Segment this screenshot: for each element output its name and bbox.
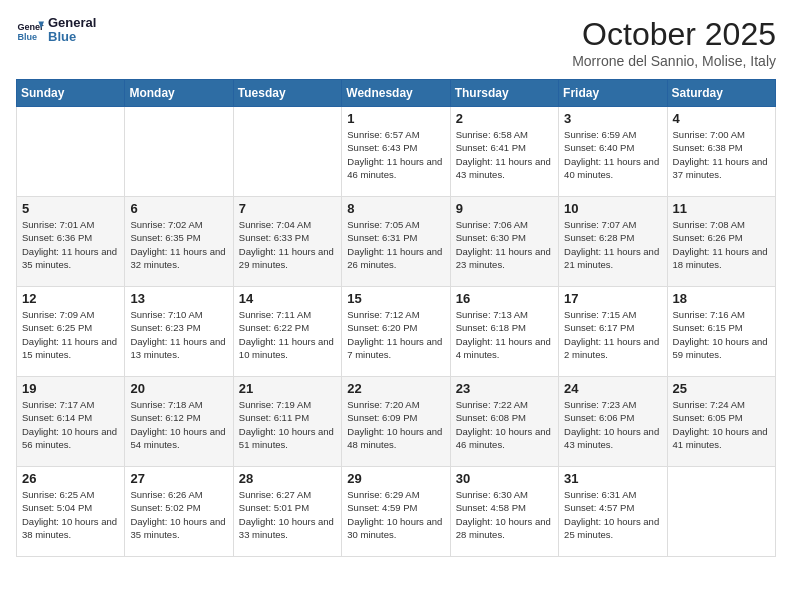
day-info: Sunrise: 7:24 AMSunset: 6:05 PMDaylight:… bbox=[673, 398, 770, 451]
calendar-week-row: 1Sunrise: 6:57 AMSunset: 6:43 PMDaylight… bbox=[17, 107, 776, 197]
weekday-header: Tuesday bbox=[233, 80, 341, 107]
day-info: Sunrise: 7:23 AMSunset: 6:06 PMDaylight:… bbox=[564, 398, 661, 451]
day-info: Sunrise: 7:12 AMSunset: 6:20 PMDaylight:… bbox=[347, 308, 444, 361]
day-info: Sunrise: 7:07 AMSunset: 6:28 PMDaylight:… bbox=[564, 218, 661, 271]
weekday-header: Sunday bbox=[17, 80, 125, 107]
calendar-cell: 18Sunrise: 7:16 AMSunset: 6:15 PMDayligh… bbox=[667, 287, 775, 377]
day-info: Sunrise: 7:05 AMSunset: 6:31 PMDaylight:… bbox=[347, 218, 444, 271]
calendar-cell: 24Sunrise: 7:23 AMSunset: 6:06 PMDayligh… bbox=[559, 377, 667, 467]
day-info: Sunrise: 6:27 AMSunset: 5:01 PMDaylight:… bbox=[239, 488, 336, 541]
calendar-cell: 9Sunrise: 7:06 AMSunset: 6:30 PMDaylight… bbox=[450, 197, 558, 287]
calendar-cell: 11Sunrise: 7:08 AMSunset: 6:26 PMDayligh… bbox=[667, 197, 775, 287]
day-number: 13 bbox=[130, 291, 227, 306]
calendar-cell: 7Sunrise: 7:04 AMSunset: 6:33 PMDaylight… bbox=[233, 197, 341, 287]
calendar-week-row: 26Sunrise: 6:25 AMSunset: 5:04 PMDayligh… bbox=[17, 467, 776, 557]
calendar-cell: 14Sunrise: 7:11 AMSunset: 6:22 PMDayligh… bbox=[233, 287, 341, 377]
day-info: Sunrise: 7:20 AMSunset: 6:09 PMDaylight:… bbox=[347, 398, 444, 451]
calendar-table: SundayMondayTuesdayWednesdayThursdayFrid… bbox=[16, 79, 776, 557]
day-info: Sunrise: 7:15 AMSunset: 6:17 PMDaylight:… bbox=[564, 308, 661, 361]
day-info: Sunrise: 7:13 AMSunset: 6:18 PMDaylight:… bbox=[456, 308, 553, 361]
day-number: 6 bbox=[130, 201, 227, 216]
day-info: Sunrise: 7:09 AMSunset: 6:25 PMDaylight:… bbox=[22, 308, 119, 361]
day-info: Sunrise: 7:02 AMSunset: 6:35 PMDaylight:… bbox=[130, 218, 227, 271]
calendar-cell: 4Sunrise: 7:00 AMSunset: 6:38 PMDaylight… bbox=[667, 107, 775, 197]
day-number: 26 bbox=[22, 471, 119, 486]
day-info: Sunrise: 7:06 AMSunset: 6:30 PMDaylight:… bbox=[456, 218, 553, 271]
day-number: 23 bbox=[456, 381, 553, 396]
calendar-cell: 5Sunrise: 7:01 AMSunset: 6:36 PMDaylight… bbox=[17, 197, 125, 287]
day-info: Sunrise: 7:22 AMSunset: 6:08 PMDaylight:… bbox=[456, 398, 553, 451]
day-number: 1 bbox=[347, 111, 444, 126]
day-info: Sunrise: 6:30 AMSunset: 4:58 PMDaylight:… bbox=[456, 488, 553, 541]
calendar-cell: 31Sunrise: 6:31 AMSunset: 4:57 PMDayligh… bbox=[559, 467, 667, 557]
weekday-header: Thursday bbox=[450, 80, 558, 107]
calendar-cell: 22Sunrise: 7:20 AMSunset: 6:09 PMDayligh… bbox=[342, 377, 450, 467]
logo-text-general: General bbox=[48, 16, 96, 30]
calendar-cell: 28Sunrise: 6:27 AMSunset: 5:01 PMDayligh… bbox=[233, 467, 341, 557]
calendar-cell: 3Sunrise: 6:59 AMSunset: 6:40 PMDaylight… bbox=[559, 107, 667, 197]
day-number: 16 bbox=[456, 291, 553, 306]
location: Morrone del Sannio, Molise, Italy bbox=[572, 53, 776, 69]
logo: General Blue General Blue bbox=[16, 16, 96, 45]
calendar-cell: 19Sunrise: 7:17 AMSunset: 6:14 PMDayligh… bbox=[17, 377, 125, 467]
calendar-cell bbox=[233, 107, 341, 197]
calendar-cell: 25Sunrise: 7:24 AMSunset: 6:05 PMDayligh… bbox=[667, 377, 775, 467]
calendar-cell: 12Sunrise: 7:09 AMSunset: 6:25 PMDayligh… bbox=[17, 287, 125, 377]
weekday-header-row: SundayMondayTuesdayWednesdayThursdayFrid… bbox=[17, 80, 776, 107]
day-number: 29 bbox=[347, 471, 444, 486]
day-info: Sunrise: 7:04 AMSunset: 6:33 PMDaylight:… bbox=[239, 218, 336, 271]
calendar-cell bbox=[17, 107, 125, 197]
logo-icon: General Blue bbox=[16, 16, 44, 44]
calendar-week-row: 12Sunrise: 7:09 AMSunset: 6:25 PMDayligh… bbox=[17, 287, 776, 377]
calendar-cell: 26Sunrise: 6:25 AMSunset: 5:04 PMDayligh… bbox=[17, 467, 125, 557]
month-title: October 2025 bbox=[572, 16, 776, 53]
day-info: Sunrise: 7:11 AMSunset: 6:22 PMDaylight:… bbox=[239, 308, 336, 361]
day-number: 28 bbox=[239, 471, 336, 486]
day-number: 11 bbox=[673, 201, 770, 216]
svg-text:Blue: Blue bbox=[17, 32, 37, 42]
day-number: 14 bbox=[239, 291, 336, 306]
calendar-cell: 16Sunrise: 7:13 AMSunset: 6:18 PMDayligh… bbox=[450, 287, 558, 377]
calendar-cell: 23Sunrise: 7:22 AMSunset: 6:08 PMDayligh… bbox=[450, 377, 558, 467]
day-number: 9 bbox=[456, 201, 553, 216]
day-info: Sunrise: 7:16 AMSunset: 6:15 PMDaylight:… bbox=[673, 308, 770, 361]
day-number: 25 bbox=[673, 381, 770, 396]
day-info: Sunrise: 7:17 AMSunset: 6:14 PMDaylight:… bbox=[22, 398, 119, 451]
day-number: 12 bbox=[22, 291, 119, 306]
day-number: 30 bbox=[456, 471, 553, 486]
day-info: Sunrise: 6:25 AMSunset: 5:04 PMDaylight:… bbox=[22, 488, 119, 541]
calendar-cell: 21Sunrise: 7:19 AMSunset: 6:11 PMDayligh… bbox=[233, 377, 341, 467]
day-info: Sunrise: 6:29 AMSunset: 4:59 PMDaylight:… bbox=[347, 488, 444, 541]
day-number: 2 bbox=[456, 111, 553, 126]
calendar-cell: 8Sunrise: 7:05 AMSunset: 6:31 PMDaylight… bbox=[342, 197, 450, 287]
day-info: Sunrise: 7:10 AMSunset: 6:23 PMDaylight:… bbox=[130, 308, 227, 361]
calendar-cell: 13Sunrise: 7:10 AMSunset: 6:23 PMDayligh… bbox=[125, 287, 233, 377]
day-number: 8 bbox=[347, 201, 444, 216]
calendar-cell: 10Sunrise: 7:07 AMSunset: 6:28 PMDayligh… bbox=[559, 197, 667, 287]
calendar-cell: 6Sunrise: 7:02 AMSunset: 6:35 PMDaylight… bbox=[125, 197, 233, 287]
calendar-cell: 20Sunrise: 7:18 AMSunset: 6:12 PMDayligh… bbox=[125, 377, 233, 467]
day-info: Sunrise: 7:19 AMSunset: 6:11 PMDaylight:… bbox=[239, 398, 336, 451]
calendar-week-row: 5Sunrise: 7:01 AMSunset: 6:36 PMDaylight… bbox=[17, 197, 776, 287]
day-info: Sunrise: 6:26 AMSunset: 5:02 PMDaylight:… bbox=[130, 488, 227, 541]
page-header: General Blue General Blue October 2025 M… bbox=[16, 16, 776, 69]
day-info: Sunrise: 7:00 AMSunset: 6:38 PMDaylight:… bbox=[673, 128, 770, 181]
day-info: Sunrise: 6:57 AMSunset: 6:43 PMDaylight:… bbox=[347, 128, 444, 181]
day-number: 24 bbox=[564, 381, 661, 396]
day-number: 27 bbox=[130, 471, 227, 486]
weekday-header: Friday bbox=[559, 80, 667, 107]
calendar-week-row: 19Sunrise: 7:17 AMSunset: 6:14 PMDayligh… bbox=[17, 377, 776, 467]
calendar-cell: 15Sunrise: 7:12 AMSunset: 6:20 PMDayligh… bbox=[342, 287, 450, 377]
day-number: 19 bbox=[22, 381, 119, 396]
calendar-cell: 30Sunrise: 6:30 AMSunset: 4:58 PMDayligh… bbox=[450, 467, 558, 557]
day-info: Sunrise: 7:01 AMSunset: 6:36 PMDaylight:… bbox=[22, 218, 119, 271]
day-info: Sunrise: 6:31 AMSunset: 4:57 PMDaylight:… bbox=[564, 488, 661, 541]
day-number: 15 bbox=[347, 291, 444, 306]
day-number: 17 bbox=[564, 291, 661, 306]
calendar-cell: 27Sunrise: 6:26 AMSunset: 5:02 PMDayligh… bbox=[125, 467, 233, 557]
day-info: Sunrise: 6:58 AMSunset: 6:41 PMDaylight:… bbox=[456, 128, 553, 181]
day-number: 20 bbox=[130, 381, 227, 396]
day-number: 31 bbox=[564, 471, 661, 486]
day-number: 5 bbox=[22, 201, 119, 216]
day-info: Sunrise: 7:08 AMSunset: 6:26 PMDaylight:… bbox=[673, 218, 770, 271]
